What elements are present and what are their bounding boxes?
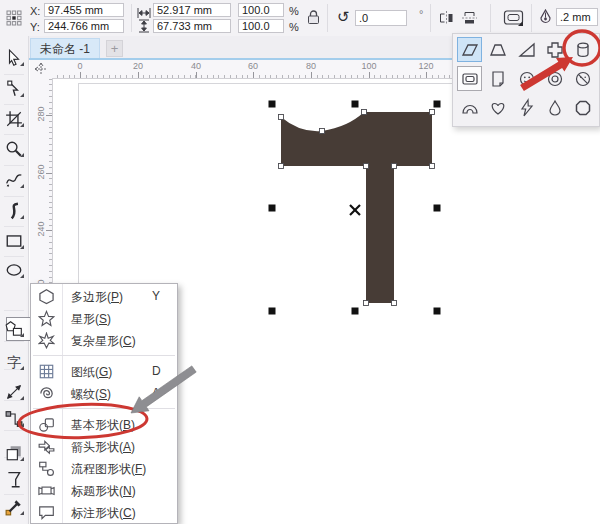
y-position-input[interactable]: 244.766 mm: [44, 19, 124, 33]
menu-item-banner-shapes[interactable]: 标题形状(N): [31, 479, 177, 501]
percent-h-label: %: [289, 5, 299, 17]
shape-tool-flyout-menu: 多边形(P) Y 星形(S) 复杂星形(C) 图纸(G) D 螺纹(S) A 基…: [30, 283, 178, 524]
rotation-icon: ↺: [337, 8, 350, 26]
menu-item-complex-star[interactable]: 复杂星形(C): [31, 329, 177, 351]
arch-shape-icon[interactable]: [457, 95, 482, 120]
heart-shape-icon[interactable]: [485, 95, 510, 120]
shape-tool[interactable]: [5, 80, 23, 98]
vruler-number: 260: [36, 162, 46, 182]
menu-item-star[interactable]: 星形(S): [31, 307, 177, 329]
hruler-number: 120: [418, 61, 433, 71]
menu-item-spiral[interactable]: 螺纹(S) A: [31, 382, 177, 404]
ellipse-tool[interactable]: [5, 261, 23, 279]
cylinder-shape-icon[interactable]: [570, 37, 595, 62]
outline-pen-icon[interactable]: [539, 9, 552, 30]
flowchart-shapes-icon: [38, 460, 55, 477]
connector-tool[interactable]: [5, 410, 23, 428]
color-eyedropper-tool[interactable]: [5, 498, 23, 516]
drop-shadow-tool[interactable]: [5, 444, 23, 462]
hruler-number: 40: [191, 61, 201, 71]
object-height-input[interactable]: 67.733 mm: [153, 19, 231, 33]
menu-item-arrow-shapes[interactable]: 箭头形状(A): [31, 435, 177, 457]
rectangle-tool[interactable]: [5, 232, 23, 250]
seal-shape-icon[interactable]: [570, 95, 595, 120]
freehand-tool[interactable]: [5, 171, 23, 189]
zoom-tool[interactable]: [5, 140, 23, 158]
right-triangle-shape-icon[interactable]: [514, 37, 539, 62]
outline-width-select[interactable]: .2 mm: [556, 8, 598, 26]
lightning-shape-icon[interactable]: [514, 95, 539, 120]
callout-shapes-icon: [38, 504, 55, 521]
menu-item-polygon[interactable]: 多边形(P) Y: [31, 285, 177, 307]
rotation-angle-input[interactable]: .0: [355, 10, 407, 26]
spiral-icon: [38, 385, 55, 402]
transparency-tool[interactable]: [5, 471, 23, 489]
complex-star-icon: [38, 332, 55, 349]
text-tool[interactable]: 字: [5, 353, 23, 371]
new-document-tab-button[interactable]: +: [106, 40, 123, 57]
frame-shape-icon[interactable]: [457, 66, 482, 91]
x-label: X:: [30, 5, 40, 17]
lock-ratio-icon[interactable]: [306, 9, 321, 30]
parallelogram-shape-icon[interactable]: [457, 37, 482, 62]
page-fold-shape-icon[interactable]: [485, 66, 510, 91]
banner-shapes-icon: [38, 482, 55, 499]
hruler-number: 80: [306, 61, 316, 71]
menu-item-callout-shapes[interactable]: 标注形状(C): [31, 501, 177, 523]
toolbox: 字: [0, 36, 29, 524]
y-label: Y:: [30, 21, 40, 33]
degree-symbol: °: [419, 8, 423, 20]
percent-v-label: %: [289, 21, 299, 33]
menu-item-flowchart-shapes[interactable]: 流程图形状(F): [31, 457, 177, 479]
basic-shapes-flyout-panel: [452, 33, 600, 127]
donut-shape-icon[interactable]: [542, 66, 567, 91]
scale-v-input[interactable]: 100.0: [238, 19, 284, 33]
mirror-horizontal-icon[interactable]: [438, 10, 455, 30]
scale-h-input[interactable]: 100.0: [238, 3, 284, 17]
graph-paper-icon: [38, 363, 55, 380]
polygon-icon: [38, 288, 55, 305]
star-icon: [38, 310, 55, 327]
artistic-media-tool[interactable]: [5, 202, 23, 220]
hruler-number: 0: [77, 61, 82, 71]
document-tab[interactable]: 未命名 -1: [30, 38, 100, 59]
polygon-tool-active[interactable]: [5, 320, 23, 338]
mirror-vertical-icon[interactable]: [461, 10, 478, 30]
text-wrap-icon[interactable]: [503, 9, 524, 31]
trapezoid-shape-icon[interactable]: [485, 37, 510, 62]
basic-shapes-icon: [38, 416, 55, 433]
hruler-number: 60: [248, 61, 258, 71]
ruler-origin-corner[interactable]: [30, 60, 53, 79]
teardrop-shape-icon[interactable]: [542, 95, 567, 120]
dimension-tool[interactable]: [5, 383, 23, 401]
prohibit-shape-icon[interactable]: [570, 66, 595, 91]
property-bar: X: 97.455 mm Y: 244.766 mm 52.917 mm 67.…: [0, 0, 600, 37]
object-width-input[interactable]: 52.917 mm: [153, 3, 231, 17]
hruler-number: 100: [361, 61, 376, 71]
smiley-shape-icon[interactable]: [514, 66, 539, 91]
x-position-input[interactable]: 97.455 mm: [44, 3, 124, 17]
cross-shape-icon[interactable]: [542, 37, 567, 62]
hruler-number: 20: [133, 61, 143, 71]
crop-tool[interactable]: [5, 110, 23, 128]
vruler-number: 240: [36, 219, 46, 239]
menu-item-basic-shapes[interactable]: 基本形状(B): [31, 413, 177, 435]
menu-shortcut: Y: [152, 289, 160, 303]
menu-item-graph-paper[interactable]: 图纸(G) D: [31, 360, 177, 382]
arrow-shapes-icon: [38, 438, 55, 455]
object-origin-grid-icon[interactable]: [6, 10, 22, 30]
pick-tool[interactable]: [5, 49, 23, 67]
object-height-icon: [138, 19, 150, 37]
vruler-number: 280: [36, 104, 46, 124]
